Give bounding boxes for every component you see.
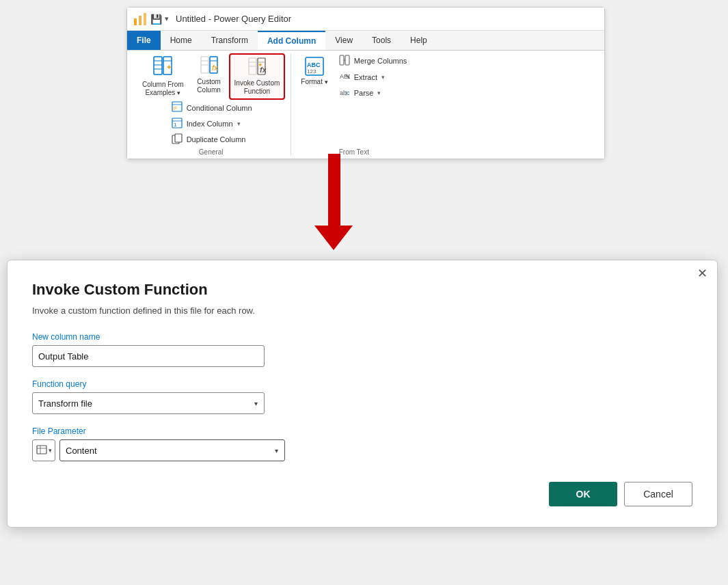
file-parameter-type-button[interactable]: ▾ — [32, 439, 55, 461]
dialog-subtitle: Invoke a custom function defined in this… — [32, 305, 692, 316]
svg-text:fx: fx — [260, 66, 266, 74]
column-from-examples-label: Column FromExamples ▾ — [142, 81, 184, 97]
ribbon-wrapper: 💾 ▾ Untitled - Power Query Editor File H… — [126, 7, 605, 159]
merge-columns-button[interactable]: Merge Columns — [335, 53, 412, 68]
custom-column-button[interactable]: fx CustomColumn — [192, 53, 226, 97]
save-icon[interactable]: 💾 — [150, 14, 162, 25]
general-group-label: General — [199, 147, 224, 156]
file-parameter-content-wrapper: Content ▾ — [59, 439, 285, 461]
window-title: Untitled - Power Query Editor — [176, 14, 291, 24]
function-query-field: Function query Transform file ▾ — [32, 379, 692, 414]
new-column-name-input[interactable] — [32, 345, 265, 367]
invoke-custom-function-icon: ✦ fx — [248, 57, 266, 78]
custom-column-icon: fx — [200, 56, 218, 77]
type-button-chevron-icon: ▾ — [49, 447, 52, 454]
column-from-examples-button[interactable]: ✦ Column FromExamples ▾ — [137, 53, 189, 100]
svg-rect-35 — [345, 55, 349, 65]
index-column-button[interactable]: 1 Index Column ▾ — [167, 116, 256, 131]
extract-icon: ABC — [339, 70, 350, 83]
format-label: Format ▾ — [301, 78, 327, 85]
dialog-footer: OK Cancel — [32, 482, 692, 506]
file-parameter-field: File Parameter ▾ Content ▾ — [32, 426, 692, 461]
ribbon-group-general: ✦ Column FromExamples ▾ f — [131, 53, 291, 156]
arrow-head — [314, 226, 353, 250]
duplicate-column-button[interactable]: Duplicate Column — [167, 132, 256, 147]
tab-tools[interactable]: Tools — [362, 31, 401, 50]
conditional-column-icon: IF — [172, 101, 183, 114]
svg-rect-0 — [134, 18, 137, 25]
tab-home[interactable]: Home — [161, 31, 202, 50]
powerbi-icon — [133, 12, 148, 27]
ribbon-tabs: File Home Transform Add Column View Tool… — [127, 31, 604, 51]
file-parameter-row: ▾ Content ▾ — [32, 439, 692, 461]
extract-label: Extract — [354, 73, 377, 81]
svg-rect-2 — [144, 13, 146, 25]
format-button[interactable]: ABC 123 Format ▾ — [297, 53, 332, 88]
ribbon-group-from-text: ABC 123 Format ▾ — [291, 53, 416, 156]
parse-chevron: ▾ — [377, 90, 381, 96]
title-bar-icons: 💾 ▾ — [133, 12, 169, 27]
tab-help[interactable]: Help — [401, 31, 437, 50]
conditional-column-button[interactable]: IF Conditional Column — [167, 100, 256, 115]
svg-text:123: 123 — [307, 68, 316, 74]
extract-button[interactable]: ABC Extract ▾ — [335, 69, 412, 85]
merge-columns-icon — [339, 55, 350, 67]
dialog-close-button[interactable]: ✕ — [697, 267, 707, 280]
general-group-items: ✦ Column FromExamples ▾ f — [137, 53, 285, 100]
function-query-label: Function query — [32, 379, 692, 389]
index-column-icon: 1 — [172, 118, 183, 130]
svg-text:✦: ✦ — [166, 64, 172, 71]
function-query-select[interactable]: Transform file — [32, 392, 265, 414]
index-column-chevron: ▾ — [237, 120, 241, 127]
invoke-custom-function-label: Invoke CustomFunction — [234, 79, 280, 96]
parse-icon: abc ⟩ — [339, 87, 350, 99]
svg-rect-34 — [340, 55, 344, 65]
general-small-buttons: IF Conditional Column 1 Index Column — [167, 100, 256, 147]
duplicate-column-icon — [172, 133, 183, 146]
merge-columns-label: Merge Columns — [354, 57, 407, 65]
svg-rect-30 — [175, 134, 182, 142]
table-icon — [36, 445, 47, 457]
tab-add-column[interactable]: Add Column — [258, 31, 325, 50]
file-parameter-label: File Parameter — [32, 426, 692, 436]
column-from-examples-icon: ✦ — [153, 56, 172, 79]
svg-rect-42 — [37, 446, 46, 454]
conditional-column-label: Conditional Column — [187, 104, 252, 112]
title-bar: 💾 ▾ Untitled - Power Query Editor — [127, 8, 604, 31]
invoke-custom-function-button[interactable]: ✦ fx Invoke CustomFunction — [229, 53, 286, 100]
svg-text:⟩: ⟩ — [345, 90, 347, 96]
ok-button[interactable]: OK — [549, 482, 617, 506]
tab-transform[interactable]: Transform — [202, 31, 258, 50]
ribbon-content: ✦ Column FromExamples ▾ f — [127, 51, 604, 159]
new-column-name-label: New column name — [32, 332, 692, 342]
from-text-group-items: ABC 123 Format ▾ — [297, 53, 411, 147]
cancel-button[interactable]: Cancel — [624, 482, 692, 506]
invoke-custom-function-dialog: ✕ Invoke Custom Function Invoke a custom… — [7, 260, 718, 528]
extract-chevron: ▾ — [381, 74, 385, 81]
duplicate-column-label: Duplicate Column — [187, 135, 246, 144]
tab-file[interactable]: File — [127, 31, 161, 50]
dialog-title: Invoke Custom Function — [32, 281, 692, 299]
from-text-group-label: From Text — [339, 147, 369, 156]
format-icon: ABC 123 — [304, 56, 325, 78]
function-query-select-wrapper: Transform file ▾ — [32, 392, 265, 414]
arrow-shaft — [328, 154, 340, 229]
from-text-small-buttons: Merge Columns ABC Extract ▾ — [335, 53, 412, 100]
svg-text:fx: fx — [212, 64, 218, 72]
svg-text:ABC: ABC — [307, 62, 321, 68]
svg-text:1: 1 — [174, 122, 177, 128]
file-parameter-content-select[interactable]: Content — [59, 439, 285, 461]
undo-dropdown-icon[interactable]: ▾ — [165, 14, 169, 23]
tab-view[interactable]: View — [325, 31, 362, 50]
svg-rect-1 — [139, 16, 141, 25]
parse-button[interactable]: abc ⟩ Parse ▾ — [335, 85, 412, 100]
svg-text:IF: IF — [173, 106, 177, 111]
index-column-label: Index Column — [187, 120, 233, 128]
parse-label: Parse — [354, 89, 374, 97]
new-column-name-field: New column name — [32, 332, 692, 367]
custom-column-label: CustomColumn — [197, 78, 220, 94]
svg-rect-3 — [154, 57, 162, 74]
